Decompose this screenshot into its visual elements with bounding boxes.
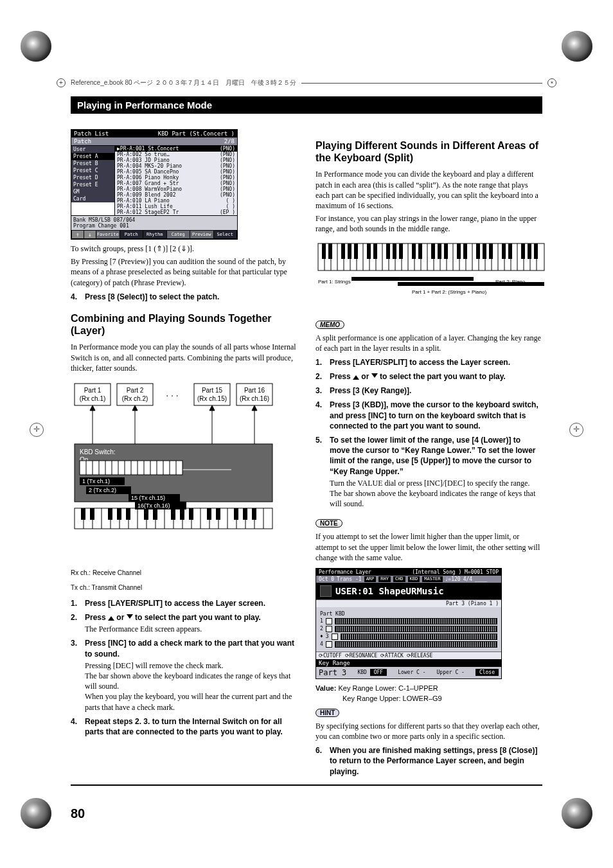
patch-btn-down[interactable]: ↓ xyxy=(84,231,96,238)
svg-rect-78 xyxy=(207,508,211,520)
patch-buttons: ↑ ↓ Favorite Patch Rhythm Categ Preview … xyxy=(71,230,237,239)
patch-btn-rhythm[interactable]: Rhythm xyxy=(143,231,166,238)
svg-rect-73 xyxy=(144,508,148,520)
bank-preset-c[interactable]: Preset C xyxy=(71,167,114,174)
svg-marker-20 xyxy=(252,405,257,411)
svg-rect-125 xyxy=(348,244,351,259)
svg-rect-71 xyxy=(117,508,121,520)
split-steps: 1.Press [LAYER/SPLIT] to access the Laye… xyxy=(315,357,542,509)
hint-badge: HINT xyxy=(315,709,339,717)
patch-btn-categ[interactable]: Categ xyxy=(167,231,190,238)
svg-rect-79 xyxy=(216,508,220,520)
layer-step-1: 1.Press [LAYER/SPLIT] to access the Laye… xyxy=(71,598,298,608)
patch-row-6[interactable]: PR-A:007 Grand + Str(PNO) xyxy=(115,181,237,186)
svg-rect-144 xyxy=(521,244,525,259)
bank-msb-lsb: Bank MSB/LSB 087/064 xyxy=(73,217,235,223)
svg-rect-75 xyxy=(171,508,175,520)
svg-text:16(Tx ch.16): 16(Tx ch.16) xyxy=(138,502,170,509)
bank-preset-e[interactable]: Preset E xyxy=(71,181,114,188)
svg-rect-139 xyxy=(476,244,480,259)
split-intro-1: In Performance mode you can divide the k… xyxy=(315,169,542,211)
svg-rect-123 xyxy=(328,244,332,259)
bank-preset-b[interactable]: Preset B xyxy=(71,160,114,167)
patch-row-4[interactable]: PR-A:005 SA DancePno(PNO) xyxy=(115,169,237,175)
kbd-val[interactable]: OFF xyxy=(370,669,387,676)
section-title: Playing in Performance Mode xyxy=(71,96,542,114)
patch-row-10[interactable]: PR-A:011 Lush Life( ) xyxy=(115,204,237,209)
patch-btn-preview[interactable]: Preview xyxy=(190,231,213,238)
perf-big-name: USER:01 ShapeURMusic xyxy=(335,586,444,596)
svg-rect-126 xyxy=(354,244,358,259)
up-triangle-icon xyxy=(108,616,114,621)
svg-text:(Rx ch.15): (Rx ch.15) xyxy=(197,395,227,402)
svg-rect-138 xyxy=(463,244,467,259)
patch-row-7[interactable]: PR-A:008 WarmVoxPiano(PNO) xyxy=(115,186,237,192)
svg-rect-132 xyxy=(412,244,416,259)
svg-rect-137 xyxy=(457,244,461,259)
svg-rect-146 xyxy=(534,244,538,259)
bank-preset-a[interactable]: Preset A xyxy=(71,153,114,160)
split-step-6: 6.When you are finished making settings,… xyxy=(315,745,542,777)
svg-rect-80 xyxy=(234,508,238,520)
patch-tab-label: Patch xyxy=(74,138,91,145)
patch-btn-patch[interactable]: Patch xyxy=(120,231,143,238)
svg-rect-68 xyxy=(81,508,85,520)
perf-info-row: Oct 0Trans -1 ARPRHYCHDKBDMASTER ♩=1204/… xyxy=(316,576,501,583)
svg-rect-81 xyxy=(243,508,247,520)
svg-text:. . .: . . . xyxy=(166,388,178,398)
split-step-1: 1.Press [LAYER/SPLIT] to access the Laye… xyxy=(315,357,542,368)
up-triangle-icon xyxy=(353,375,359,380)
layer-intro: In Performance mode you can play the sou… xyxy=(71,342,298,373)
svg-marker-14 xyxy=(90,405,95,411)
svg-rect-82 xyxy=(252,508,256,520)
patch-row-8[interactable]: PR-A:009 Blend 2002(PNO) xyxy=(115,192,237,198)
svg-rect-131 xyxy=(399,244,403,259)
patch-row-3[interactable]: PR-A:004 MKS-20 Piano(PNO) xyxy=(115,163,237,169)
upper-val[interactable]: C - xyxy=(455,669,464,675)
perf-status: (Internal Song ) M=0001 STOP xyxy=(412,569,499,575)
page-rule xyxy=(71,784,542,786)
key-range-header: Key Range xyxy=(316,659,501,667)
patch-rows: ▶PR-A:001 St.Concert(PNO) PR-A:002 So tr… xyxy=(115,146,237,215)
svg-marker-16 xyxy=(132,405,138,411)
svg-rect-70 xyxy=(108,508,112,520)
binder-ring-top-left xyxy=(21,31,51,62)
binder-ring-bottom-right xyxy=(562,798,592,829)
svg-rect-147 xyxy=(351,277,474,281)
svg-text:1 (Tx ch.1): 1 (Tx ch.1) xyxy=(82,478,110,484)
patch-row-1[interactable]: PR-A:002 So true…(PNO) xyxy=(115,152,237,157)
patch-row-5[interactable]: PR-A:006 Piano Honky(PNO) xyxy=(115,175,237,181)
bank-gm[interactable]: GM xyxy=(71,188,114,195)
svg-rect-76 xyxy=(180,508,184,520)
page-number: 80 xyxy=(71,806,542,821)
down-triangle-icon xyxy=(127,614,133,619)
patch-list-screen: Patch List KBD Part (St.Concert ) Patch … xyxy=(71,129,238,240)
layer-step-2: 2.Press or to select the part you want t… xyxy=(71,612,298,634)
svg-rect-130 xyxy=(393,244,396,259)
right-column: Playing Different Sounds in Different Ar… xyxy=(315,129,542,781)
bank-card[interactable]: Card xyxy=(71,195,114,202)
svg-text:Part 15: Part 15 xyxy=(202,387,223,394)
split-heading: Playing Different Sounds in Different Ar… xyxy=(315,139,542,164)
note-text: If you attempt to set the lower limit hi… xyxy=(315,531,542,563)
patch-row-11[interactable]: PR-A:012 StageEP2 Tr(EP ) xyxy=(115,209,237,215)
program-change: Program Change 001 xyxy=(73,223,235,229)
patch-row-0[interactable]: ▶PR-A:001 St.Concert(PNO) xyxy=(115,146,237,152)
close-button[interactable]: Close xyxy=(475,669,499,676)
part-label: Part 3 xyxy=(319,668,346,677)
patch-btn-select[interactable]: Select xyxy=(214,231,237,238)
svg-rect-74 xyxy=(153,508,157,520)
lower-val[interactable]: C - xyxy=(416,669,425,675)
svg-rect-122 xyxy=(322,244,326,259)
patch-btn-favorite[interactable]: Favorite xyxy=(96,231,120,238)
switch-groups-text: To switch groups, press [1 (⇑)] [2 (⇓)]. xyxy=(71,244,298,254)
svg-rect-133 xyxy=(418,244,422,259)
svg-text:KBD Switch:: KBD Switch: xyxy=(80,448,116,456)
patch-row-2[interactable]: PR-A:003 JD Piano(PNO) xyxy=(115,157,237,163)
key-range-row: Part 3 KBD OFF Lower C - Upper C - Close xyxy=(316,667,501,678)
note-badge: NOTE xyxy=(315,519,342,527)
bank-user[interactable]: User xyxy=(71,146,114,153)
bank-preset-d[interactable]: Preset D xyxy=(71,174,114,181)
patch-btn-up[interactable]: ↑ xyxy=(72,231,84,238)
patch-row-9[interactable]: PR-A:010 LA Piano( ) xyxy=(115,198,237,204)
